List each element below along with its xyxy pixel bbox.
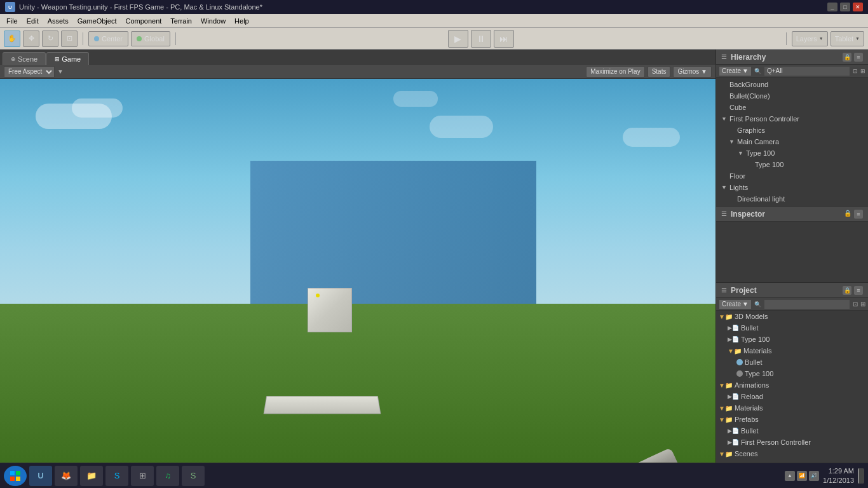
p-item-animations[interactable]: ▼📁 Animations <box>716 379 868 391</box>
menu-help[interactable]: Help <box>231 16 253 26</box>
hierarchy-header-controls[interactable]: 🔒 ≡ <box>843 53 863 62</box>
inspector-header: ☰ Inspector 🔒 ≡ <box>716 207 868 222</box>
hierarchy-content: BackGround Bullet(Clone) Cube ▼ First Pe… <box>716 78 868 206</box>
game-tab[interactable]: ⊞ Game <box>46 52 89 65</box>
play-button[interactable]: ▶ <box>448 30 468 48</box>
h-item-lights[interactable]: ▼ Lights <box>716 182 868 193</box>
step-button[interactable]: ⏭ <box>494 30 514 48</box>
p-item-bullet-model[interactable]: ▶📄 Bullet <box>716 322 868 334</box>
show-desktop-btn[interactable] <box>858 468 864 484</box>
taskbar-browser[interactable]: 🦊 <box>55 466 78 486</box>
h-item-type100-1[interactable]: ▼ Type 100 <box>716 147 868 159</box>
project-btn1[interactable]: ⊡ <box>853 301 858 308</box>
menu-component[interactable]: Component <box>121 16 165 26</box>
menu-file[interactable]: File <box>3 16 22 26</box>
project-icon: ☰ <box>721 287 727 294</box>
sys-up-arrow[interactable]: ▲ <box>785 471 795 481</box>
gizmos-btn[interactable]: Gizmos ▼ <box>673 66 712 78</box>
playback-controls: ▶ ⏸ ⏭ <box>181 30 781 48</box>
stats-btn[interactable]: Stats <box>648 66 671 78</box>
p-item-prefabs[interactable]: ▼📁 Prefabs <box>716 414 868 425</box>
project-header-controls[interactable]: 🔒 ≡ <box>843 286 863 295</box>
hierarchy-icon: ☰ <box>721 53 727 60</box>
sys-vol[interactable]: 🔊 <box>809 471 819 481</box>
h-item-cube[interactable]: Cube <box>716 102 868 113</box>
project-btn2[interactable]: ⊞ <box>860 301 865 308</box>
h-item-type100-2[interactable]: Type 100 <box>716 159 868 170</box>
inspector-header-controls[interactable]: 🔒 ≡ <box>844 210 863 219</box>
sep1 <box>83 32 83 45</box>
project-search[interactable] <box>764 299 850 309</box>
taskbar-spotify[interactable]: ♫ <box>156 466 179 486</box>
maximize-on-play-btn[interactable]: Maximize on Play <box>586 66 644 78</box>
game-canvas: Bullets: 17 Magasines: 2 <box>0 79 715 488</box>
tool-scale[interactable]: ⊡ <box>61 30 78 47</box>
tool-rotate[interactable]: ↻ <box>42 30 58 47</box>
p-item-type100-model[interactable]: ▶📄 Type 100 <box>716 334 868 345</box>
p-item-materials-3d[interactable]: ▼📁 Materials <box>716 345 868 356</box>
taskbar-clock: 1:29 AM 1/12/2013 <box>823 466 854 485</box>
h-item-main-camera[interactable]: ▼ Main Camera <box>716 136 868 147</box>
hierarchy-panel: ☰ Hierarchy 🔒 ≡ Create ▼ 🔍 ⊡ ⊞ <box>716 50 868 207</box>
layers-dropdown[interactable]: Layers <box>792 31 828 46</box>
center-toggle[interactable]: Center <box>88 31 128 46</box>
hierarchy-search[interactable] <box>764 66 850 76</box>
h-item-graphics[interactable]: Graphics <box>716 125 868 136</box>
minimize-button[interactable]: _ <box>827 3 837 11</box>
tool-move[interactable]: ✥ <box>23 30 39 47</box>
taskbar-skype[interactable]: S <box>105 466 128 486</box>
menu-edit[interactable]: Edit <box>23 16 43 26</box>
viewport-area: ⊕ Scene ⊞ Game Free Aspect ▼ Maximize on… <box>0 50 715 488</box>
svg-rect-0 <box>10 471 15 475</box>
hierarchy-search-icon: 🔍 <box>754 68 761 74</box>
taskbar-metro[interactable]: ⊞ <box>131 466 154 486</box>
menu-gameobject[interactable]: GameObject <box>74 16 121 26</box>
platform-object <box>263 396 381 414</box>
tool-hand[interactable]: ✋ <box>4 30 20 47</box>
window-controls[interactable]: _ □ ✕ <box>827 3 863 11</box>
menu-assets[interactable]: Assets <box>44 16 72 26</box>
h-item-floor[interactable]: Floor <box>716 170 868 182</box>
p-item-materials[interactable]: ▼📁 Materials <box>716 402 868 414</box>
window-title: Unity - Weapon Testing.unity - First FPS… <box>19 3 262 11</box>
inspector-lock[interactable]: 🔒 <box>844 210 851 219</box>
p-item-fpc-prefab[interactable]: ▶📄 First Person Controller <box>716 437 868 448</box>
maximize-button[interactable]: □ <box>840 3 850 11</box>
hierarchy-create-btn[interactable]: Create ▼ <box>719 66 752 76</box>
project-lock-btn[interactable]: 🔒 <box>843 286 851 295</box>
sys-network: 📶 <box>797 471 807 481</box>
hierarchy-lock-btn[interactable]: 🔒 <box>843 53 851 62</box>
project-create-btn[interactable]: Create ▼ <box>719 299 752 309</box>
close-button[interactable]: ✕ <box>853 3 863 11</box>
hierarchy-sort: ⊞ <box>860 68 865 74</box>
p-item-scenes[interactable]: ▼📁 Scenes <box>716 448 868 459</box>
layout-dropdown[interactable]: Tablet <box>831 31 864 46</box>
h-item-background[interactable]: BackGround <box>716 79 868 90</box>
p-item-3dmodels[interactable]: ▼📁 3D Models <box>716 311 868 322</box>
p-item-bullet-mat[interactable]: Bullet <box>716 356 868 368</box>
taskbar-unity[interactable]: U <box>29 466 52 486</box>
inspector-menu-btn[interactable]: ≡ <box>854 210 863 219</box>
p-item-bullet-prefab[interactable]: ▶📄 Bullet <box>716 425 868 437</box>
scene-tab[interactable]: ⊕ Scene <box>3 52 46 65</box>
menu-terrain[interactable]: Terrain <box>166 16 196 26</box>
taskbar: U 🦊 📁 S ⊞ ♫ S ▲ 📶 🔊 1:29 AM 1/12/2013 <box>0 463 868 488</box>
h-item-bullet-clone[interactable]: Bullet(Clone) <box>716 90 868 102</box>
inspector-panel: ☰ Inspector 🔒 ≡ <box>716 207 868 283</box>
aspect-select[interactable]: Free Aspect <box>4 66 55 78</box>
global-toggle[interactable]: Global <box>131 31 170 46</box>
start-button[interactable] <box>4 466 27 486</box>
hierarchy-filter: ⊡ <box>853 68 858 74</box>
hierarchy-menu-btn[interactable]: ≡ <box>854 53 863 62</box>
project-menu-btn[interactable]: ≡ <box>854 286 863 295</box>
project-toolbar: Create ▼ 🔍 ⊡ ⊞ <box>716 298 868 311</box>
p-item-reload[interactable]: ▶📄 Reload <box>716 391 868 402</box>
pause-button[interactable]: ⏸ <box>471 30 491 48</box>
h-item-fpc[interactable]: ▼ First Person Controller <box>716 113 868 125</box>
taskbar-explorer[interactable]: 📁 <box>80 466 103 486</box>
menu-window[interactable]: Window <box>197 16 229 26</box>
game-toolbar-left: Free Aspect ▼ <box>4 66 64 78</box>
taskbar-snake[interactable]: S <box>182 466 205 486</box>
h-item-dir-light[interactable]: Directional light <box>716 193 868 205</box>
p-item-type100-mat[interactable]: Type 100 <box>716 368 868 379</box>
